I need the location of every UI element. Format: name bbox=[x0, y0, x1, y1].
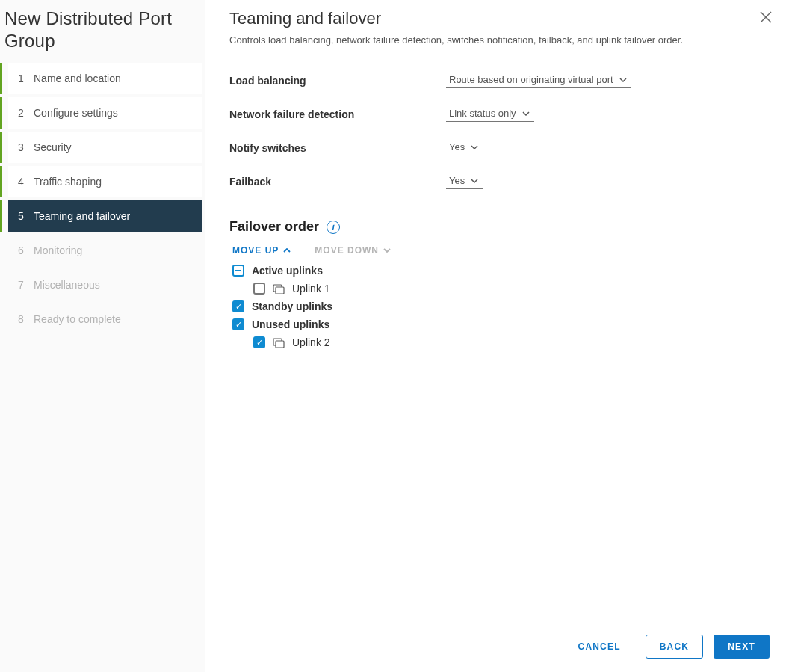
chevron-down-icon bbox=[471, 145, 478, 149]
chevron-down-icon bbox=[619, 78, 627, 82]
wizard-sidebar: New Distributed Port Group 1Name and loc… bbox=[0, 0, 205, 672]
page-description: Controls load balancing, network failure… bbox=[229, 34, 762, 46]
svg-rect-3 bbox=[276, 287, 284, 294]
move-up-button[interactable]: MOVE UP bbox=[232, 245, 291, 256]
uplink-icon bbox=[273, 283, 285, 294]
select-value: Route based on originating virtual port bbox=[449, 74, 613, 85]
active-uplinks-group[interactable]: Active uplinks bbox=[232, 262, 762, 280]
label-network-failure: Network failure detection bbox=[229, 108, 446, 120]
chevron-down-icon bbox=[383, 248, 391, 253]
checkbox-unchecked-icon[interactable] bbox=[253, 283, 265, 295]
label-notify-switches: Notify switches bbox=[229, 142, 446, 154]
step-configure-settings[interactable]: 2Configure settings bbox=[8, 97, 202, 129]
wizard-title: New Distributed Port Group bbox=[0, 0, 205, 63]
checkbox-checked-icon[interactable]: ✓ bbox=[232, 300, 244, 312]
back-button[interactable]: BACK bbox=[646, 635, 703, 659]
page-title: Teaming and failover bbox=[229, 9, 762, 28]
label-load-balancing: Load balancing bbox=[229, 75, 446, 87]
uplink-icon bbox=[273, 337, 285, 348]
chevron-up-icon bbox=[283, 248, 291, 253]
group-label: Active uplinks bbox=[252, 265, 323, 277]
step-security[interactable]: 3Security bbox=[8, 132, 202, 163]
checkbox-indeterminate-icon[interactable] bbox=[232, 265, 244, 277]
step-monitoring: 6Monitoring bbox=[8, 235, 202, 266]
info-icon[interactable]: i bbox=[327, 221, 340, 234]
move-down-button: MOVE DOWN bbox=[315, 245, 391, 256]
select-value: Yes bbox=[449, 141, 465, 152]
close-icon bbox=[759, 10, 773, 24]
failover-order-title: Failover order bbox=[229, 219, 319, 235]
select-load-balancing[interactable]: Route based on originating virtual port bbox=[446, 73, 631, 88]
close-button[interactable] bbox=[759, 10, 773, 26]
unused-uplinks-group[interactable]: ✓ Unused uplinks bbox=[232, 315, 762, 333]
label-failback: Failback bbox=[229, 176, 446, 188]
step-ready-to-complete: 8Ready to complete bbox=[8, 303, 202, 335]
standby-uplinks-group[interactable]: ✓ Standby uplinks bbox=[232, 298, 762, 315]
uplink-name: Uplink 2 bbox=[292, 336, 330, 348]
wizard-footer: CANCEL BACK NEXT bbox=[205, 621, 786, 672]
step-miscellaneous: 7Miscellaneous bbox=[8, 269, 202, 300]
step-list: 1Name and location 2Configure settings 3… bbox=[0, 63, 205, 338]
uplink-name: Uplink 1 bbox=[292, 283, 330, 295]
step-traffic-shaping[interactable]: 4Traffic shaping bbox=[8, 166, 202, 197]
select-failback[interactable]: Yes bbox=[446, 173, 483, 189]
group-label: Standby uplinks bbox=[252, 300, 332, 312]
uplink-row[interactable]: Uplink 1 bbox=[253, 280, 762, 298]
select-network-failure[interactable]: Link status only bbox=[446, 106, 534, 122]
uplink-row[interactable]: ✓ Uplink 2 bbox=[253, 333, 762, 351]
group-label: Unused uplinks bbox=[252, 318, 329, 330]
svg-rect-5 bbox=[276, 341, 284, 348]
step-teaming-and-failover[interactable]: 5Teaming and failover bbox=[8, 200, 202, 232]
chevron-down-icon bbox=[471, 179, 478, 183]
checkbox-checked-icon[interactable]: ✓ bbox=[253, 336, 265, 348]
select-notify-switches[interactable]: Yes bbox=[446, 140, 483, 155]
cancel-button[interactable]: CANCEL bbox=[564, 635, 635, 659]
select-value: Yes bbox=[449, 175, 465, 186]
select-value: Link status only bbox=[449, 108, 516, 119]
checkbox-checked-icon[interactable]: ✓ bbox=[232, 318, 244, 330]
next-button[interactable]: NEXT bbox=[714, 635, 770, 659]
failover-tree: Active uplinks Uplink 1 ✓ Standby uplink… bbox=[232, 262, 762, 351]
chevron-down-icon bbox=[522, 111, 530, 116]
step-name-and-location[interactable]: 1Name and location bbox=[8, 63, 202, 94]
main-panel: Teaming and failover Controls load balan… bbox=[205, 0, 786, 672]
